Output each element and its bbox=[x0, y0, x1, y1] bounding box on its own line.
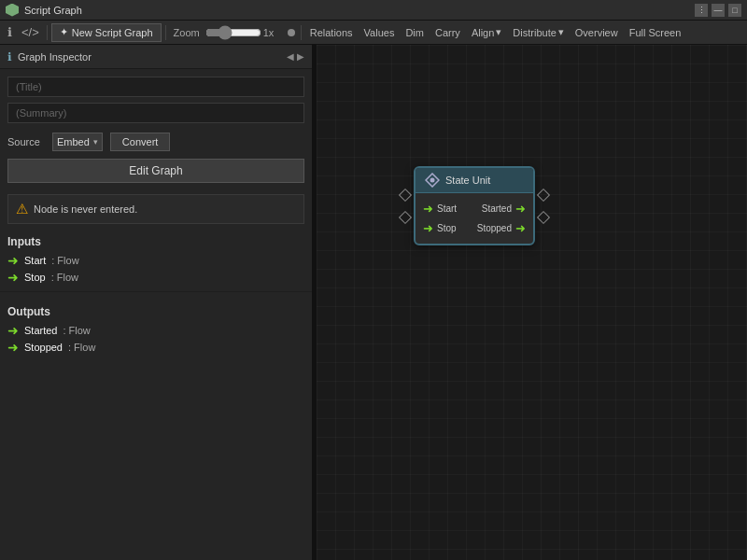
started-port-right: Started ➜ bbox=[482, 202, 526, 216]
left-flow-connectors bbox=[401, 190, 410, 222]
stopped-output-name: Stopped bbox=[24, 342, 63, 353]
title-bar: Script Graph ⋮ — □ bbox=[0, 0, 747, 21]
input-port-stop: ➜ Stop : Flow bbox=[0, 269, 312, 286]
node-title: State Unit bbox=[445, 175, 490, 186]
started-port-label: Started bbox=[482, 203, 512, 214]
code-icon-button[interactable]: </> bbox=[18, 23, 43, 41]
stop-left-connector[interactable] bbox=[401, 213, 410, 222]
left-panel: ℹ Graph Inspector ◀ ▶ Source Embed ▾ Con… bbox=[0, 45, 313, 560]
output-port-stopped: ➜ Stopped : Flow bbox=[0, 339, 312, 356]
embed-label: Embed bbox=[57, 136, 90, 147]
stopped-output-green-icon: ➜ bbox=[515, 221, 526, 235]
embed-select[interactable]: Embed ▾ bbox=[52, 133, 103, 151]
values-button[interactable]: Values bbox=[359, 25, 400, 40]
start-input-green-icon: ➜ bbox=[423, 202, 433, 216]
fullscreen-button[interactable]: Full Screen bbox=[625, 25, 686, 40]
start-port-label: Start bbox=[437, 203, 457, 214]
carry-button[interactable]: Carry bbox=[430, 25, 465, 40]
panel-title: Graph Inspector bbox=[18, 51, 92, 63]
outputs-header: Outputs bbox=[7, 305, 304, 318]
app-title: Script Graph bbox=[24, 5, 689, 16]
stopped-port-right: Stopped ➜ bbox=[477, 221, 526, 235]
convert-button[interactable]: Convert bbox=[110, 133, 171, 151]
separator-2 bbox=[165, 25, 166, 40]
window-controls: ⋮ — □ bbox=[695, 4, 741, 17]
title-input[interactable] bbox=[7, 77, 304, 97]
minimize-button[interactable]: — bbox=[712, 4, 725, 17]
zoom-indicator bbox=[288, 29, 295, 36]
start-left-connector[interactable] bbox=[401, 190, 410, 200]
app-icon bbox=[6, 4, 19, 17]
distribute-chevron-icon: ▾ bbox=[558, 26, 564, 38]
source-label: Source bbox=[7, 136, 45, 147]
start-input-arrow-icon: ➜ bbox=[7, 254, 19, 267]
summary-input[interactable] bbox=[7, 103, 304, 123]
stopped-output-arrow-icon: ➜ bbox=[7, 341, 19, 354]
warning-icon: ⚠ bbox=[16, 201, 28, 217]
edit-graph-button[interactable]: Edit Graph bbox=[7, 159, 304, 183]
zoom-value: 1x bbox=[263, 27, 284, 38]
node-box: State Unit ➜ Start Started ➜ bbox=[414, 166, 535, 245]
embed-select-arrow: ▾ bbox=[93, 137, 98, 147]
node-port-start: ➜ Start Started ➜ bbox=[416, 199, 533, 218]
node-title-bar: State Unit bbox=[416, 168, 533, 193]
main-layout: ℹ Graph Inspector ◀ ▶ Source Embed ▾ Con… bbox=[0, 45, 747, 560]
start-input-type: : Flow bbox=[51, 255, 78, 266]
stopped-flow-connector-icon bbox=[537, 210, 550, 223]
started-output-green-icon: ➜ bbox=[515, 202, 526, 216]
started-output-name: Started bbox=[24, 325, 57, 336]
stop-input-type: : Flow bbox=[51, 272, 78, 283]
stop-port-left: ➜ Stop bbox=[423, 221, 457, 235]
relations-button[interactable]: Relations bbox=[305, 25, 358, 40]
distribute-dropdown-button[interactable]: Distribute ▾ bbox=[508, 24, 568, 40]
stop-input-arrow-icon: ➜ bbox=[7, 271, 19, 284]
right-flow-connectors bbox=[539, 190, 548, 222]
stop-input-green-icon: ➜ bbox=[423, 221, 433, 235]
output-port-started: ➜ Started : Flow bbox=[0, 322, 312, 339]
state-unit-icon bbox=[425, 173, 440, 188]
node-ports: ➜ Start Started ➜ ➜ S bbox=[416, 193, 533, 244]
started-flow-connector-icon bbox=[537, 188, 550, 201]
warning-row: ⚠ Node is never entered. bbox=[7, 194, 304, 224]
align-chevron-icon: ▾ bbox=[496, 26, 501, 38]
new-icon: ✦ bbox=[60, 26, 68, 38]
separator-3 bbox=[301, 25, 302, 40]
warning-text: Node is never entered. bbox=[34, 203, 137, 215]
info-icon-button[interactable]: ℹ bbox=[4, 23, 16, 41]
panel-collapse-icon[interactable]: ◀ ▶ bbox=[287, 51, 304, 62]
started-output-arrow-icon: ➜ bbox=[7, 324, 19, 337]
overview-button[interactable]: Overview bbox=[571, 25, 623, 40]
stop-port-label: Stop bbox=[437, 223, 457, 233]
stopped-right-connector[interactable] bbox=[539, 213, 548, 222]
graph-inspector-header: ℹ Graph Inspector ◀ ▶ bbox=[0, 45, 312, 69]
started-right-connector[interactable] bbox=[539, 190, 548, 200]
align-dropdown-button[interactable]: Align ▾ bbox=[467, 24, 506, 40]
state-unit-node[interactable]: State Unit ➜ Start Started ➜ bbox=[401, 166, 548, 245]
inputs-header: Inputs bbox=[7, 235, 304, 248]
maximize-button[interactable]: □ bbox=[728, 4, 741, 17]
stop-flow-connector-icon bbox=[399, 210, 412, 223]
zoom-slider[interactable] bbox=[205, 25, 261, 40]
canvas-area[interactable]: State Unit ➜ Start Started ➜ bbox=[317, 45, 747, 560]
new-script-graph-label: New Script Graph bbox=[72, 27, 153, 38]
canvas-grid bbox=[317, 45, 747, 560]
divider-1 bbox=[0, 291, 312, 292]
more-button[interactable]: ⋮ bbox=[695, 4, 708, 17]
started-output-type: : Flow bbox=[63, 325, 90, 336]
start-flow-connector-icon bbox=[399, 188, 412, 201]
dim-button[interactable]: Dim bbox=[401, 25, 429, 40]
start-input-name: Start bbox=[24, 255, 46, 266]
svg-point-1 bbox=[430, 178, 435, 183]
separator-1 bbox=[47, 25, 48, 40]
stop-input-name: Stop bbox=[24, 272, 46, 283]
source-row: Source Embed ▾ Convert bbox=[7, 133, 304, 151]
start-port-left: ➜ Start bbox=[423, 202, 457, 216]
inspector-content: Source Embed ▾ Convert Edit Graph bbox=[0, 69, 312, 190]
stopped-output-type: : Flow bbox=[68, 342, 95, 353]
zoom-label: Zoom bbox=[174, 27, 200, 38]
stopped-port-label: Stopped bbox=[477, 223, 512, 233]
toolbar: ℹ </> ✦ New Script Graph Zoom 1x Relatio… bbox=[0, 21, 747, 45]
inspector-icon: ℹ bbox=[7, 50, 12, 63]
node-outer: State Unit ➜ Start Started ➜ bbox=[401, 166, 548, 245]
new-script-graph-button[interactable]: ✦ New Script Graph bbox=[51, 23, 162, 42]
